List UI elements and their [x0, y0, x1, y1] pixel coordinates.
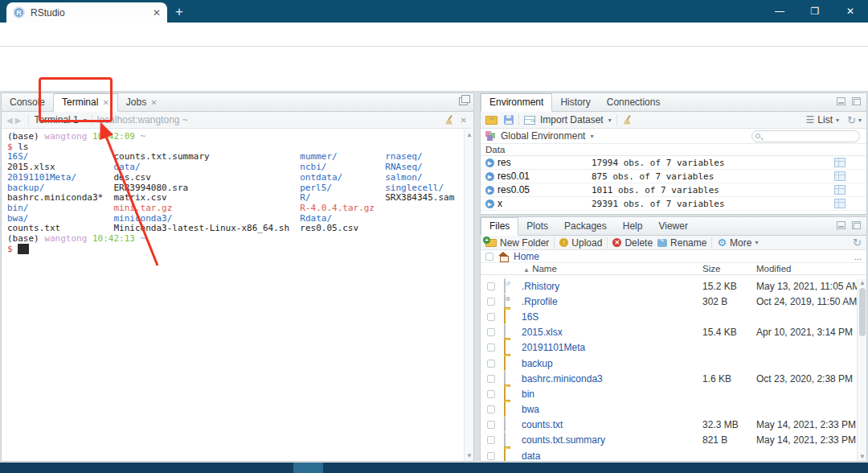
file-row[interactable]: 20191101Meta — [481, 340, 857, 356]
tab-close-icon[interactable]: ✕ — [153, 7, 161, 19]
clear-environment-icon[interactable] — [622, 115, 633, 125]
file-row[interactable]: bwa — [481, 402, 857, 417]
expand-object-icon[interactable]: ▶ — [485, 158, 494, 167]
tab-viewer[interactable]: Viewer — [650, 217, 695, 235]
file-name-link[interactable]: .Rprofile — [522, 296, 558, 307]
file-checkbox[interactable] — [487, 360, 495, 368]
tab-history[interactable]: History — [552, 93, 598, 111]
file-checkbox[interactable] — [487, 328, 495, 336]
file-name-link[interactable]: counts.txt — [522, 419, 563, 430]
terminal-output[interactable]: (base) wangtong 10:42:09 ~ $ ls 16S/ cou… — [2, 130, 464, 461]
new-tab-button[interactable]: + — [175, 3, 183, 21]
path-ellipsis[interactable]: ... — [854, 252, 862, 261]
file-row[interactable]: counts.txt.summary821 BMay 14, 2021, 2:3… — [481, 433, 857, 448]
terminal-selector-dropdown-icon[interactable]: ▾ — [84, 117, 87, 124]
clear-terminal-icon[interactable] — [444, 115, 454, 125]
file-checkbox[interactable] — [487, 405, 495, 413]
tab-jobs[interactable]: Jobs✕ — [118, 93, 166, 111]
tab-console[interactable]: Console — [2, 93, 53, 111]
file-checkbox[interactable] — [487, 452, 495, 460]
view-data-icon[interactable] — [834, 171, 845, 181]
sort-asc-icon[interactable]: ▲ — [523, 266, 530, 274]
file-checkbox[interactable] — [487, 421, 495, 429]
file-name-link[interactable]: bin — [522, 389, 534, 400]
tab-connections[interactable]: Connections — [599, 93, 669, 111]
object-name[interactable]: res0.05 — [497, 184, 590, 195]
environment-object-row[interactable]: ▶x29391 obs. of 7 variables — [481, 197, 866, 211]
upload-button[interactable]: ↑Upload — [559, 237, 602, 249]
file-name-link[interactable]: 16S — [522, 311, 538, 323]
object-name[interactable]: x — [497, 198, 590, 209]
file-checkbox[interactable] — [487, 282, 495, 290]
file-row[interactable]: ↺.Rhistory15.2 KBMay 13, 2021, 11:05 AM — [481, 278, 857, 294]
import-dataset-button[interactable]: Import Dataset — [540, 114, 604, 125]
scroll-down-icon[interactable]: ▼ — [466, 452, 473, 459]
scroll-up-icon[interactable]: ▲ — [466, 131, 473, 138]
tab-help[interactable]: Help — [615, 217, 651, 235]
column-header-size[interactable]: Size — [702, 264, 720, 274]
refresh-files-icon[interactable]: ↻ — [853, 237, 862, 248]
tab-terminal[interactable]: Terminal✕ — [53, 93, 118, 112]
load-workspace-icon[interactable] — [485, 116, 497, 125]
terminal-selector[interactable]: Terminal 1 — [34, 114, 78, 125]
file-row[interactable]: bashrc.miniconda31.6 KBOct 23, 2020, 2:3… — [481, 371, 857, 386]
environment-search-input[interactable] — [751, 130, 860, 142]
expand-object-icon[interactable]: ▶ — [485, 199, 494, 208]
scroll-down-icon[interactable]: ▼ — [859, 453, 866, 460]
environment-object-row[interactable]: ▶res17994 obs. of 7 variables — [481, 156, 866, 170]
file-name-link[interactable]: bwa — [522, 404, 539, 415]
file-name-link[interactable]: counts.txt.summary — [522, 434, 605, 446]
file-checkbox[interactable] — [487, 313, 495, 321]
environment-object-row[interactable]: ▶res0.01875 obs. of 7 variables — [481, 170, 866, 183]
file-name-link[interactable]: bashrc.miniconda3 — [522, 373, 603, 385]
file-name-link[interactable]: 20191101Meta — [522, 342, 585, 353]
close-tab-icon[interactable]: ✕ — [102, 94, 108, 111]
file-checkbox[interactable] — [487, 375, 495, 383]
tab-environment[interactable]: Environment — [481, 93, 552, 112]
file-checkbox[interactable] — [487, 343, 495, 352]
refresh-environment-icon[interactable]: ↻ — [847, 115, 856, 125]
file-checkbox[interactable] — [487, 436, 495, 444]
tab-packages[interactable]: Packages — [556, 217, 615, 235]
delete-button[interactable]: ✕Delete — [612, 237, 653, 249]
minimize-pane-icon[interactable] — [837, 221, 845, 229]
files-scrollbar[interactable]: ▲ ▼ — [857, 278, 866, 461]
minimize-pane-icon[interactable] — [837, 97, 845, 105]
tab-plots[interactable]: Plots — [518, 217, 556, 235]
scroll-up-icon[interactable]: ▲ — [859, 279, 866, 286]
object-name[interactable]: res0.01 — [497, 171, 590, 182]
maximize-pane-icon[interactable] — [459, 97, 468, 105]
file-row[interactable]: bin — [481, 386, 857, 401]
window-minimize-button[interactable]: — — [762, 0, 797, 23]
maximize-pane-icon[interactable] — [852, 221, 861, 229]
file-row[interactable]: ⚙.Rprofile302 BOct 24, 2019, 11:50 AM — [481, 294, 857, 309]
save-workspace-icon[interactable] — [502, 113, 514, 126]
file-row[interactable]: backup — [481, 356, 857, 371]
file-row[interactable]: 2015.xlsx15.4 KBApr 10, 2021, 3:14 PM — [481, 325, 857, 340]
file-checkbox[interactable] — [487, 390, 495, 398]
environment-object-row[interactable]: ▶res0.051011 obs. of 7 variables — [481, 183, 866, 197]
close-terminal-icon[interactable]: ✕ — [461, 116, 467, 125]
more-button[interactable]: ⚙More▾ — [717, 237, 758, 249]
breadcrumb-home[interactable]: Home — [514, 251, 539, 262]
browser-tab[interactable]: R RStudio ✕ — [6, 2, 167, 23]
file-name-link[interactable]: .Rhistory — [522, 281, 559, 292]
file-row[interactable]: counts.txt32.3 MBMay 14, 2021, 2:33 PM — [481, 417, 857, 433]
object-name[interactable]: res — [497, 157, 590, 168]
rename-button[interactable]: Rename — [657, 237, 706, 249]
scrollbar-thumb[interactable] — [859, 288, 866, 336]
tab-files[interactable]: Files — [481, 217, 518, 236]
list-view-button[interactable]: List — [817, 114, 833, 125]
maximize-pane-icon[interactable] — [852, 97, 861, 105]
terminal-scrollbar[interactable]: ▲ ▼ — [464, 130, 473, 461]
file-checkbox[interactable] — [487, 298, 495, 306]
expand-object-icon[interactable]: ▶ — [485, 186, 494, 195]
new-folder-button[interactable]: New Folder — [485, 237, 549, 249]
column-header-name[interactable]: Name — [532, 264, 557, 274]
close-tab-icon[interactable]: ✕ — [150, 94, 157, 111]
file-name-link[interactable]: 2015.xlsx — [522, 327, 563, 338]
terminal-prev-icon[interactable]: ◀▶ — [6, 116, 23, 125]
file-name-link[interactable]: backup — [522, 358, 553, 369]
environment-scope-selector[interactable]: Global Environment — [501, 130, 585, 142]
select-all-checkbox[interactable] — [485, 253, 493, 261]
